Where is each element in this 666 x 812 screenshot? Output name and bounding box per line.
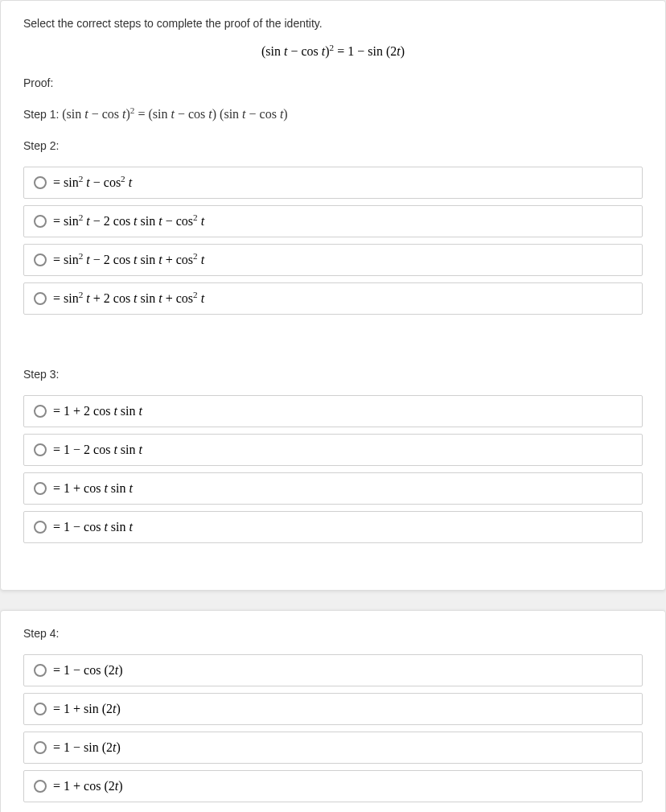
radio-icon xyxy=(34,664,47,677)
step3-option-2[interactable]: = 1 − 2 cos t sin t xyxy=(23,434,643,466)
option-text: = 1 + cos (2t) xyxy=(53,779,122,793)
option-text: = sin2 t + 2 cos t sin t + cos2 t xyxy=(53,291,204,306)
step2-option-1[interactable]: = sin2 t − cos2 t xyxy=(23,167,643,199)
option-text: = sin2 t − cos2 t xyxy=(53,175,132,190)
option-text: = 1 + 2 cos t sin t xyxy=(53,404,142,418)
radio-icon xyxy=(34,176,47,189)
option-text: = 1 − sin (2t) xyxy=(53,740,121,755)
option-text: = 1 − 2 cos t sin t xyxy=(53,443,142,457)
step-1: Step 1: (sin t − cos t)2 = (sin t − cos … xyxy=(23,107,643,122)
radio-icon xyxy=(34,521,47,534)
option-text: = sin2 t − 2 cos t sin t − cos2 t xyxy=(53,214,204,229)
proof-label: Proof: xyxy=(23,76,643,89)
step-4-label: Step 4: xyxy=(23,627,643,640)
radio-icon xyxy=(34,741,47,754)
identity-equation: (sin t − cos t)2 = 1 − sin (2t) xyxy=(23,44,643,59)
radio-icon xyxy=(34,482,47,495)
step4-option-1[interactable]: = 1 − cos (2t) xyxy=(23,654,643,686)
radio-icon xyxy=(34,292,47,305)
step-2-label: Step 2: xyxy=(23,139,643,152)
radio-icon xyxy=(34,703,47,715)
question-card-2: Step 4: = 1 − cos (2t) = 1 + sin (2t) = … xyxy=(0,610,666,812)
step4-option-2[interactable]: = 1 + sin (2t) xyxy=(23,693,643,725)
instruction-text: Select the correct steps to complete the… xyxy=(23,17,643,30)
step3-option-3[interactable]: = 1 + cos t sin t xyxy=(23,472,643,505)
radio-icon xyxy=(34,215,47,228)
step3-option-4[interactable]: = 1 − cos t sin t xyxy=(23,511,643,543)
step2-option-3[interactable]: = sin2 t − 2 cos t sin t + cos2 t xyxy=(23,244,643,276)
option-text: = sin2 t − 2 cos t sin t + cos2 t xyxy=(53,253,204,267)
radio-icon xyxy=(34,780,47,793)
step2-option-4[interactable]: = sin2 t + 2 cos t sin t + cos2 t xyxy=(23,282,643,315)
option-text: = 1 − cos (2t) xyxy=(53,663,122,678)
option-text: = 1 + sin (2t) xyxy=(53,702,121,716)
step2-option-2[interactable]: = sin2 t − 2 cos t sin t − cos2 t xyxy=(23,205,643,237)
option-text: = 1 − cos t sin t xyxy=(53,520,133,534)
step-1-label: Step 1: xyxy=(23,108,59,121)
question-card-1: Select the correct steps to complete the… xyxy=(0,0,666,591)
step3-option-1[interactable]: = 1 + 2 cos t sin t xyxy=(23,395,643,427)
step-1-expression: (sin t − cos t)2 = (sin t − cos t) (sin … xyxy=(62,107,287,121)
step4-option-3[interactable]: = 1 − sin (2t) xyxy=(23,732,643,764)
option-text: = 1 + cos t sin t xyxy=(53,481,133,496)
radio-icon xyxy=(34,405,47,418)
step4-option-4[interactable]: = 1 + cos (2t) xyxy=(23,770,643,802)
radio-icon xyxy=(34,253,47,266)
radio-icon xyxy=(34,443,47,456)
step-3-label: Step 3: xyxy=(23,368,643,381)
